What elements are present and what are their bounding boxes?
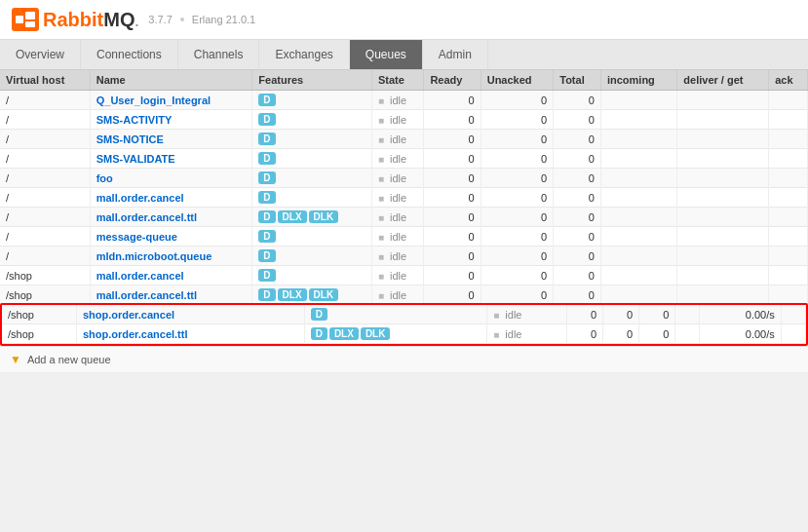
cell-name[interactable]: foo	[90, 169, 252, 188]
cell-features: D	[252, 169, 372, 188]
table-row[interactable]: /shop mall.order.cancel.ttl DDLXDLK ■ id…	[0, 285, 808, 305]
version-dot	[180, 18, 184, 21]
table-row[interactable]: / mldn.microboot.queue D ■ idle 0 0 0	[0, 247, 808, 266]
badge-d: D	[311, 327, 327, 340]
cell-vhost: /	[0, 247, 90, 266]
badge-d: D	[258, 171, 275, 184]
badge-d: D	[258, 94, 275, 106]
svg-rect-0	[16, 16, 23, 23]
table-row[interactable]: / SMS-VALIDATE D ■ idle 0 0 0	[0, 149, 808, 169]
cell-name[interactable]: mall.order.cancel	[90, 266, 252, 285]
table-row[interactable]: / Q_User_login_Integral D ■ idle 0 0 0	[0, 91, 808, 110]
cell-ready: 0	[424, 110, 481, 130]
cell-vhost: /	[0, 110, 90, 130]
queues-table-container: Virtual host Name Features State Ready U…	[0, 70, 808, 346]
cell-ack	[769, 227, 808, 247]
cell-ack	[769, 169, 808, 188]
cell-incoming	[675, 305, 700, 324]
cell-vhost: /	[0, 208, 90, 227]
badge-dlx: DLX	[329, 327, 359, 340]
cell-deliver	[677, 188, 769, 208]
cell-state: ■ idle	[371, 169, 423, 188]
table-row[interactable]: /shop mall.order.cancel D ■ idle 0 0 0	[0, 266, 808, 285]
cell-ready: 0	[424, 247, 481, 266]
col-ready: Ready	[424, 70, 481, 91]
nav-channels[interactable]: Channels	[178, 40, 260, 69]
cell-vhost: /	[0, 169, 90, 188]
nav-exchanges[interactable]: Exchanges	[259, 40, 349, 69]
cell-ack	[769, 247, 808, 266]
cell-name[interactable]: shop.order.cancel.ttl	[76, 324, 304, 344]
cell-vhost: /shop	[2, 324, 76, 344]
cell-name[interactable]: mall.order.cancel	[90, 188, 252, 208]
cell-name[interactable]: SMS-ACTIVITY	[90, 110, 252, 130]
cell-name[interactable]: mldn.microboot.queue	[90, 247, 252, 266]
cell-deliver	[677, 285, 769, 305]
cell-name[interactable]: message-queue	[90, 227, 252, 247]
cell-ack	[769, 91, 808, 110]
cell-incoming	[600, 169, 676, 188]
cell-ack	[769, 266, 808, 285]
cell-total: 0	[554, 169, 601, 188]
cell-vhost: /shop	[0, 285, 90, 305]
cell-deliver	[677, 149, 769, 169]
table-row[interactable]: /shop shop.order.cancel.ttl DDLXDLK ■ id…	[2, 324, 806, 344]
cell-unacked: 0	[481, 247, 554, 266]
table-row[interactable]: / mall.order.cancel.ttl DDLXDLK ■ idle 0…	[0, 208, 808, 227]
cell-vhost: /	[0, 188, 90, 208]
nav-overview[interactable]: Overview	[0, 40, 81, 69]
cell-ready: 0	[424, 169, 481, 188]
cell-name[interactable]: Q_User_login_Integral	[90, 91, 252, 110]
cell-state: ■ idle	[371, 110, 423, 130]
cell-unacked: 0	[481, 208, 554, 227]
cell-features: D	[252, 91, 372, 110]
cell-deliver	[677, 227, 769, 247]
nav-queues[interactable]: Queues	[350, 40, 423, 69]
badge-d: D	[258, 288, 275, 301]
cell-ready: 0	[424, 266, 481, 285]
table-row[interactable]: / SMS-ACTIVITY D ■ idle 0 0 0	[0, 110, 808, 130]
table-row[interactable]: /shop shop.order.cancel D ■ idle 0 0 0 0…	[2, 305, 806, 324]
cell-name[interactable]: SMS-VALIDATE	[90, 149, 252, 169]
col-features: Features	[252, 70, 372, 91]
cell-incoming	[600, 208, 676, 227]
add-queue-footer[interactable]: ▼ Add a new queue	[0, 346, 808, 372]
cell-ready: 0	[567, 305, 603, 324]
version-info: 3.7.7 Erlang 21.0.1	[148, 14, 255, 25]
cell-name[interactable]: shop.order.cancel	[76, 305, 304, 324]
cell-incoming	[600, 247, 676, 266]
nav-admin[interactable]: Admin	[423, 40, 488, 69]
table-row[interactable]: / mall.order.cancel D ■ idle 0 0 0	[0, 188, 808, 208]
table-row[interactable]: / SMS-NOTICE D ■ idle 0 0 0	[0, 130, 808, 149]
cell-deliver	[677, 247, 769, 266]
col-name: Name	[90, 70, 252, 91]
table-row[interactable]: / foo D ■ idle 0 0 0	[0, 169, 808, 188]
highlighted-table: /shop shop.order.cancel D ■ idle 0 0 0 0…	[2, 305, 806, 344]
badge-dlk: DLK	[309, 210, 339, 223]
cell-deliver	[677, 169, 769, 188]
cell-incoming	[600, 130, 676, 149]
version-number: 3.7.7	[148, 14, 172, 25]
cell-total: 0	[554, 149, 601, 169]
cell-name[interactable]: mall.order.cancel.ttl	[90, 208, 252, 227]
cell-total: 0	[554, 285, 601, 305]
cell-vhost: /	[0, 130, 90, 149]
cell-deliver	[677, 91, 769, 110]
cell-name[interactable]: mall.order.cancel.ttl	[90, 285, 252, 305]
col-deliver: deliver / get	[677, 70, 769, 91]
nav-connections[interactable]: Connections	[81, 40, 178, 69]
cell-name[interactable]: SMS-NOTICE	[90, 130, 252, 149]
cell-total: 0	[639, 305, 675, 324]
cell-ack	[769, 208, 808, 227]
table-row[interactable]: / message-queue D ■ idle 0 0 0	[0, 227, 808, 247]
table-header-row: Virtual host Name Features State Ready U…	[0, 70, 808, 91]
add-queue-arrow-icon: ▼	[10, 353, 21, 366]
cell-ack	[769, 110, 808, 130]
cell-features: D	[252, 188, 372, 208]
badge-d: D	[258, 133, 275, 145]
cell-incoming	[600, 110, 676, 130]
cell-unacked: 0	[481, 149, 554, 169]
cell-incoming	[600, 285, 676, 305]
cell-ack	[769, 130, 808, 149]
badge-d: D	[258, 230, 275, 243]
